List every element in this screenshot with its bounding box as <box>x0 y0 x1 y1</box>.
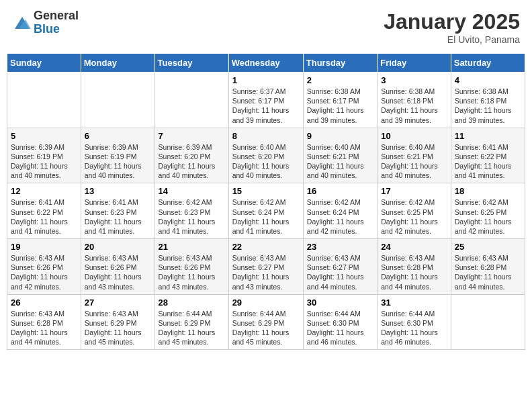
day-info: Sunrise: 6:43 AM Sunset: 6:26 PM Dayligh… <box>85 253 151 291</box>
day-info: Sunrise: 6:38 AM Sunset: 6:18 PM Dayligh… <box>381 87 447 125</box>
logo-general-text: General <box>34 9 79 23</box>
calendar-week-row: 26Sunrise: 6:43 AM Sunset: 6:28 PM Dayli… <box>7 294 525 350</box>
day-info: Sunrise: 6:44 AM Sunset: 6:30 PM Dayligh… <box>307 309 373 347</box>
day-number: 16 <box>307 186 373 196</box>
calendar-cell: 11Sunrise: 6:41 AM Sunset: 6:22 PM Dayli… <box>451 128 525 183</box>
day-number: 30 <box>307 298 373 308</box>
day-number: 10 <box>381 131 447 141</box>
calendar-cell: 3Sunrise: 6:38 AM Sunset: 6:18 PM Daylig… <box>378 73 451 128</box>
day-info: Sunrise: 6:41 AM Sunset: 6:22 PM Dayligh… <box>11 197 77 236</box>
calendar-week-row: 12Sunrise: 6:41 AM Sunset: 6:22 PM Dayli… <box>7 183 525 239</box>
day-number: 9 <box>307 131 373 141</box>
day-info: Sunrise: 6:44 AM Sunset: 6:29 PM Dayligh… <box>232 309 300 347</box>
day-info: Sunrise: 6:38 AM Sunset: 6:18 PM Dayligh… <box>455 87 521 125</box>
day-number: 27 <box>85 298 151 308</box>
day-info: Sunrise: 6:39 AM Sunset: 6:19 PM Dayligh… <box>85 142 151 181</box>
day-info: Sunrise: 6:44 AM Sunset: 6:30 PM Dayligh… <box>381 309 447 347</box>
day-number: 1 <box>232 75 300 85</box>
day-info: Sunrise: 6:43 AM Sunset: 6:26 PM Dayligh… <box>11 253 77 291</box>
day-number: 6 <box>85 131 151 141</box>
calendar-cell: 12Sunrise: 6:41 AM Sunset: 6:22 PM Dayli… <box>7 183 81 239</box>
weekday-header-sunday: Sunday <box>7 54 81 73</box>
title-block: January 2025 El Uvito, Panama <box>384 9 520 45</box>
weekday-header-thursday: Thursday <box>303 54 377 73</box>
day-number: 31 <box>381 298 447 308</box>
day-number: 23 <box>307 242 373 252</box>
day-number: 17 <box>381 186 447 196</box>
calendar-cell: 17Sunrise: 6:42 AM Sunset: 6:25 PM Dayli… <box>378 183 451 239</box>
calendar-cell: 15Sunrise: 6:42 AM Sunset: 6:24 PM Dayli… <box>228 183 303 239</box>
page-header: General Blue January 2025 El Uvito, Pana… <box>7 7 525 48</box>
calendar-cell: 10Sunrise: 6:40 AM Sunset: 6:21 PM Dayli… <box>378 128 451 183</box>
day-info: Sunrise: 6:43 AM Sunset: 6:27 PM Dayligh… <box>232 253 300 291</box>
day-info: Sunrise: 6:44 AM Sunset: 6:29 PM Dayligh… <box>159 309 225 347</box>
day-number: 25 <box>455 242 521 252</box>
day-info: Sunrise: 6:43 AM Sunset: 6:28 PM Dayligh… <box>381 253 447 291</box>
calendar-cell: 23Sunrise: 6:43 AM Sunset: 6:27 PM Dayli… <box>303 239 377 295</box>
calendar-cell: 13Sunrise: 6:41 AM Sunset: 6:23 PM Dayli… <box>81 183 154 239</box>
day-number: 29 <box>232 298 300 308</box>
day-number: 11 <box>455 131 521 141</box>
day-number: 12 <box>11 186 77 196</box>
weekday-header-tuesday: Tuesday <box>154 54 228 73</box>
calendar-cell: 9Sunrise: 6:40 AM Sunset: 6:21 PM Daylig… <box>303 128 377 183</box>
day-info: Sunrise: 6:43 AM Sunset: 6:29 PM Dayligh… <box>85 309 151 347</box>
calendar-cell: 27Sunrise: 6:43 AM Sunset: 6:29 PM Dayli… <box>81 294 154 350</box>
weekday-header-wednesday: Wednesday <box>228 54 303 73</box>
calendar-cell: 26Sunrise: 6:43 AM Sunset: 6:28 PM Dayli… <box>7 294 81 350</box>
calendar-cell: 29Sunrise: 6:44 AM Sunset: 6:29 PM Dayli… <box>228 294 303 350</box>
calendar-cell: 5Sunrise: 6:39 AM Sunset: 6:19 PM Daylig… <box>7 128 81 183</box>
calendar-cell: 20Sunrise: 6:43 AM Sunset: 6:26 PM Dayli… <box>81 239 154 295</box>
day-number: 18 <box>455 186 521 196</box>
calendar-cell: 30Sunrise: 6:44 AM Sunset: 6:30 PM Dayli… <box>303 294 377 350</box>
day-number: 13 <box>85 186 151 196</box>
logo-icon <box>12 13 32 33</box>
calendar-cell: 28Sunrise: 6:44 AM Sunset: 6:29 PM Dayli… <box>154 294 228 350</box>
day-info: Sunrise: 6:37 AM Sunset: 6:17 PM Dayligh… <box>232 87 300 125</box>
location: El Uvito, Panama <box>384 34 520 45</box>
day-number: 22 <box>232 242 300 252</box>
day-number: 14 <box>159 186 225 196</box>
calendar-cell: 8Sunrise: 6:40 AM Sunset: 6:20 PM Daylig… <box>228 128 303 183</box>
day-info: Sunrise: 6:42 AM Sunset: 6:25 PM Dayligh… <box>455 197 521 236</box>
day-info: Sunrise: 6:43 AM Sunset: 6:28 PM Dayligh… <box>455 253 521 291</box>
logo: General Blue <box>12 9 79 36</box>
calendar-table: SundayMondayTuesdayWednesdayThursdayFrid… <box>7 53 525 350</box>
day-info: Sunrise: 6:39 AM Sunset: 6:20 PM Dayligh… <box>159 142 225 181</box>
calendar-cell: 19Sunrise: 6:43 AM Sunset: 6:26 PM Dayli… <box>7 239 81 295</box>
day-info: Sunrise: 6:38 AM Sunset: 6:17 PM Dayligh… <box>307 87 373 125</box>
day-number: 3 <box>381 75 447 85</box>
calendar-week-row: 1Sunrise: 6:37 AM Sunset: 6:17 PM Daylig… <box>7 73 525 128</box>
weekday-header-row: SundayMondayTuesdayWednesdayThursdayFrid… <box>7 54 525 73</box>
day-info: Sunrise: 6:40 AM Sunset: 6:20 PM Dayligh… <box>232 142 300 181</box>
day-info: Sunrise: 6:40 AM Sunset: 6:21 PM Dayligh… <box>307 142 373 181</box>
day-number: 21 <box>159 242 225 252</box>
calendar-cell <box>154 73 228 128</box>
calendar-week-row: 5Sunrise: 6:39 AM Sunset: 6:19 PM Daylig… <box>7 128 525 183</box>
calendar-cell: 14Sunrise: 6:42 AM Sunset: 6:23 PM Dayli… <box>154 183 228 239</box>
calendar-cell <box>451 294 525 350</box>
day-info: Sunrise: 6:39 AM Sunset: 6:19 PM Dayligh… <box>11 142 77 181</box>
day-number: 20 <box>85 242 151 252</box>
day-info: Sunrise: 6:40 AM Sunset: 6:21 PM Dayligh… <box>381 142 447 181</box>
day-info: Sunrise: 6:43 AM Sunset: 6:26 PM Dayligh… <box>159 253 225 291</box>
calendar-cell: 4Sunrise: 6:38 AM Sunset: 6:18 PM Daylig… <box>451 73 525 128</box>
weekday-header-saturday: Saturday <box>451 54 525 73</box>
day-info: Sunrise: 6:42 AM Sunset: 6:24 PM Dayligh… <box>232 197 300 236</box>
day-info: Sunrise: 6:43 AM Sunset: 6:27 PM Dayligh… <box>307 253 373 291</box>
day-number: 28 <box>159 298 225 308</box>
calendar-cell <box>81 73 154 128</box>
day-info: Sunrise: 6:42 AM Sunset: 6:24 PM Dayligh… <box>307 197 373 236</box>
day-number: 24 <box>381 242 447 252</box>
calendar-cell: 1Sunrise: 6:37 AM Sunset: 6:17 PM Daylig… <box>228 73 303 128</box>
calendar-cell: 7Sunrise: 6:39 AM Sunset: 6:20 PM Daylig… <box>154 128 228 183</box>
calendar-cell <box>7 73 81 128</box>
logo-blue-text: Blue <box>34 23 79 36</box>
calendar-cell: 6Sunrise: 6:39 AM Sunset: 6:19 PM Daylig… <box>81 128 154 183</box>
month-title: January 2025 <box>384 9 520 34</box>
calendar-cell: 25Sunrise: 6:43 AM Sunset: 6:28 PM Dayli… <box>451 239 525 295</box>
calendar-cell: 24Sunrise: 6:43 AM Sunset: 6:28 PM Dayli… <box>378 239 451 295</box>
calendar-cell: 2Sunrise: 6:38 AM Sunset: 6:17 PM Daylig… <box>303 73 377 128</box>
calendar-cell: 18Sunrise: 6:42 AM Sunset: 6:25 PM Dayli… <box>451 183 525 239</box>
day-number: 4 <box>455 75 521 85</box>
